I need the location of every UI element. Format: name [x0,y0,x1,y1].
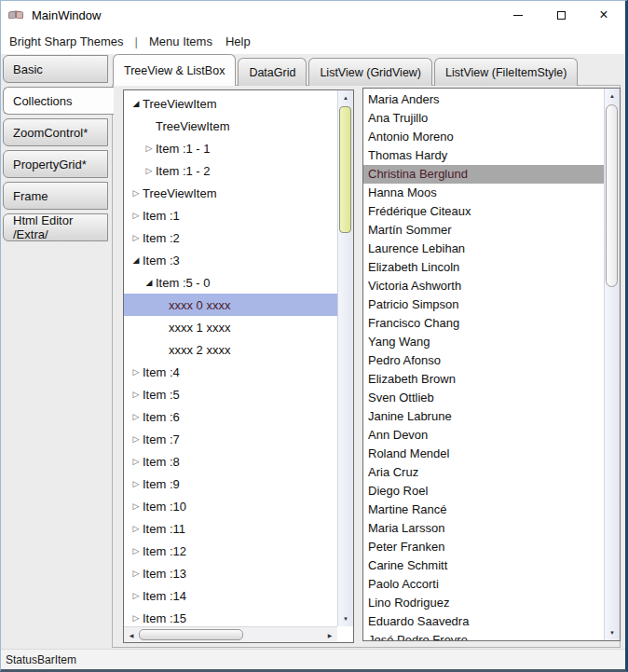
list-item[interactable]: Lino Rodriguez [363,594,604,612]
expander-collapsed-icon[interactable]: ▷ [130,457,143,466]
list-item[interactable]: Pedro Afonso [363,351,604,370]
tree-item[interactable]: ▷Item :1 [124,204,337,226]
tree-horizontal-scrollbar[interactable]: ◀ ▶ [124,626,337,642]
top-tab-datagrid[interactable]: DataGrid [238,58,307,86]
list-item[interactable]: Antonio Moreno [363,128,604,146]
minimize-button[interactable] [497,1,539,29]
menu-item-help[interactable]: Help [219,31,257,52]
side-tab-frame[interactable]: Frame [3,182,108,210]
tree-item[interactable]: xxxx 1 xxxx [124,316,337,338]
scroll-down-icon[interactable]: ▼ [605,625,620,640]
tree-item[interactable]: ▷Item :1 - 2 [124,159,337,182]
tree-item[interactable]: ▷Item :14 [124,584,337,607]
scroll-down-icon[interactable]: ▼ [338,611,353,626]
list-item[interactable]: Maria Anders [363,90,604,109]
tree-item[interactable]: ▷Item :5 [124,383,337,405]
expander-collapsed-icon[interactable]: ▷ [130,233,143,242]
expander-collapsed-icon[interactable]: ▷ [130,390,143,399]
list-item[interactable]: Eduardo Saavedra [363,612,604,631]
list-item[interactable]: Janine Labrune [363,407,604,426]
list-item[interactable]: José Pedro Freyre [363,631,604,640]
list-item[interactable]: Martine Rancé [363,501,604,519]
tree-item[interactable]: ▷Item :11 [124,517,337,540]
tree-item[interactable]: ▷Item :10 [124,495,337,517]
expander-collapsed-icon[interactable]: ▷ [130,546,143,555]
tree-item[interactable]: ▷TreeViewItem [124,182,337,204]
list-item[interactable]: Francisco Chang [363,314,604,333]
menu-item-menu-items[interactable]: Menu Items [143,31,219,52]
close-button[interactable]: × [582,1,625,29]
tree-item[interactable]: ▷Item :2 [124,226,337,249]
expander-collapsed-icon[interactable]: ▷ [130,412,143,421]
expander-expanded-icon[interactable]: ◢ [130,255,143,265]
tree-item[interactable]: ▷Item :4 [124,361,337,383]
expander-collapsed-icon[interactable]: ▷ [130,211,143,220]
menu-item-bright-sharp-themes[interactable]: Bright Sharp Themes [3,31,130,52]
expander-collapsed-icon[interactable]: ▷ [130,524,143,533]
tree-hscrollbar-thumb[interactable] [139,629,243,640]
list-scrollbar-thumb[interactable] [606,104,618,287]
tree-item[interactable]: ◢Item :3 [124,249,337,271]
list-item[interactable]: Thomas Hardy [363,146,604,165]
side-tab-basic[interactable]: Basic [3,55,108,83]
expander-collapsed-icon[interactable]: ▷ [143,166,156,175]
list-item[interactable]: Patricio Simpson [363,295,604,314]
list-item[interactable]: Martín Sommer [363,221,604,240]
tree-item[interactable]: ▷Item :8 [124,450,337,473]
tree-item[interactable]: ▷Item :12 [124,540,337,562]
list-item[interactable]: Sven Ottlieb [363,389,604,407]
tree-item[interactable]: ▷Item :1 - 1 [124,137,337,159]
list-item[interactable]: Maria Larsson [363,519,604,538]
list-item[interactable]: Yang Wang [363,333,604,351]
tree-item[interactable]: TreeViewItem [124,115,337,137]
list-item[interactable]: Christina Berglund [363,165,604,184]
scroll-right-icon[interactable]: ▶ [322,627,337,642]
scroll-up-icon[interactable]: ▲ [338,90,353,105]
expander-collapsed-icon[interactable]: ▷ [130,501,143,511]
list-item[interactable]: Hanna Moos [363,184,604,202]
expander-collapsed-icon[interactable]: ▷ [130,434,143,444]
scroll-left-icon[interactable]: ◀ [124,627,139,642]
expander-collapsed-icon[interactable]: ▷ [130,367,143,377]
expander-collapsed-icon[interactable]: ▷ [130,479,143,488]
list-item[interactable]: Peter Franken [363,538,604,556]
tree-item[interactable]: ▷Item :13 [124,562,337,584]
scroll-up-icon[interactable]: ▲ [605,89,620,103]
expander-collapsed-icon[interactable]: ▷ [130,569,143,578]
list-item[interactable]: Ann Devon [363,426,604,445]
tree-item[interactable]: xxxx 2 xxxx [124,338,337,361]
tree-item[interactable]: ◢TreeViewItem [124,92,337,115]
tree-item[interactable]: xxxx 0 xxxx [124,294,337,316]
side-tab-propertygrid[interactable]: PropertyGrid* [3,150,108,178]
expander-expanded-icon[interactable]: ◢ [143,278,156,287]
top-tab-listview-gridview[interactable]: ListView (GridView) [308,58,432,86]
tree-vertical-scrollbar[interactable]: ▲ ▼ [337,90,353,626]
list-item[interactable]: Elizabeth Brown [363,370,604,389]
list-item[interactable]: Aria Cruz [363,463,604,482]
tree-item[interactable]: ▷Item :15 [124,607,337,626]
side-tab-collections[interactable]: Collections [3,87,114,115]
side-tab-html-editor-extra[interactable]: Html Editor /Extra/ [3,213,108,241]
expander-expanded-icon[interactable]: ◢ [130,99,143,108]
maximize-button[interactable] [539,1,582,29]
expander-collapsed-icon[interactable]: ▷ [143,144,156,153]
list-item[interactable]: Victoria Ashworth [363,277,604,295]
list-item[interactable]: Elizabeth Lincoln [363,258,604,277]
tree-scrollbar-thumb[interactable] [339,106,351,233]
side-tab-zoomcontrol[interactable]: ZoomControl* [3,118,108,146]
expander-collapsed-icon[interactable]: ▷ [130,591,143,600]
top-tab-treeview-listbox[interactable]: TreeView & ListBox [113,54,236,86]
tree-item[interactable]: ▷Item :9 [124,473,337,495]
list-item[interactable]: Frédérique Citeaux [363,202,604,221]
list-item[interactable]: Paolo Accorti [363,575,604,594]
list-item[interactable]: Carine Schmitt [363,556,604,575]
tree-item[interactable]: ▷Item :6 [124,405,337,428]
list-item[interactable]: Laurence Lebihan [363,240,604,258]
expander-collapsed-icon[interactable]: ▷ [130,613,143,623]
tree-item[interactable]: ▷Item :7 [124,428,337,450]
tree-item[interactable]: ◢Item :5 - 0 [124,271,337,294]
top-tab-listview-fileitemstyle[interactable]: ListView (FileItemStyle) [434,58,578,86]
expander-collapsed-icon[interactable]: ▷ [130,188,143,198]
list-item[interactable]: Ana Trujillo [363,109,604,128]
list-item[interactable]: Roland Mendel [363,445,604,463]
